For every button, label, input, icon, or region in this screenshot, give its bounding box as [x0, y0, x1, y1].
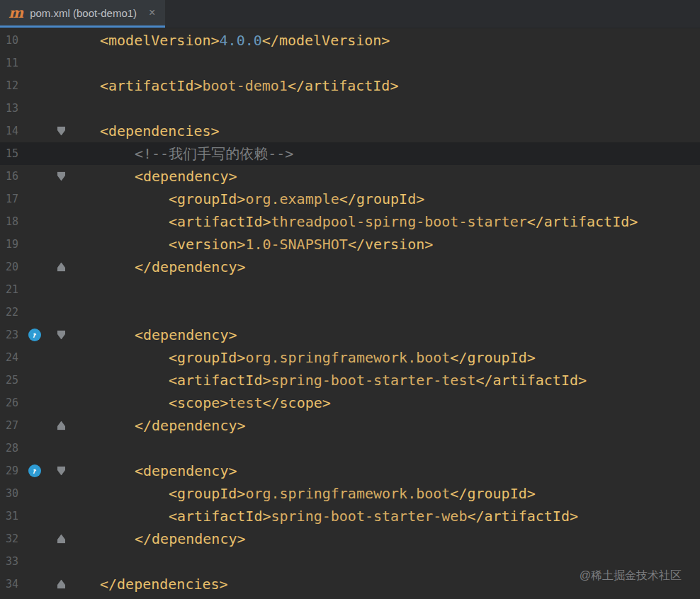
code-line[interactable]: 19<version>1.0-SNAPSHOT</version>: [0, 233, 700, 256]
code-token[interactable]: <artifactId>: [169, 508, 271, 525]
code-text[interactable]: <artifactId>boot-demo1</artifactId>: [74, 74, 398, 97]
close-tab-icon[interactable]: ×: [149, 7, 155, 18]
code-token[interactable]: </groupId>: [450, 349, 535, 366]
code-token[interactable]: <groupId>: [169, 190, 245, 207]
code-token[interactable]: spring-boot-starter-test: [271, 372, 476, 389]
gutter: 10: [0, 29, 74, 52]
code-line[interactable]: 12<artifactId>boot-demo1</artifactId>: [0, 74, 700, 97]
gutter: 21: [0, 278, 74, 301]
code-token[interactable]: </dependencies>: [100, 576, 228, 593]
code-text[interactable]: <modelVersion>4.0.0</modelVersion>: [74, 29, 390, 52]
code-text[interactable]: <groupId>org.springframework.boot</group…: [74, 482, 536, 505]
code-line[interactable]: 22: [0, 301, 700, 324]
code-token[interactable]: </artifactId>: [467, 508, 578, 525]
code-token[interactable]: </dependency>: [135, 530, 246, 547]
code-text[interactable]: </dependencies>: [74, 573, 228, 595]
gutter: 11: [0, 52, 74, 74]
code-text[interactable]: <!--我们手写的依赖-->: [74, 142, 293, 165]
code-text[interactable]: <groupId>org.example</groupId>: [74, 188, 424, 210]
code-line[interactable]: 17<groupId>org.example</groupId>: [0, 188, 700, 210]
code-token[interactable]: spring-boot-starter-web: [271, 508, 468, 525]
code-token[interactable]: test: [228, 394, 262, 411]
code-line[interactable]: 31<artifactId>spring-boot-starter-web</a…: [0, 505, 700, 527]
code-token[interactable]: </modelVersion>: [262, 32, 390, 49]
code-line[interactable]: 26<scope>test</scope>: [0, 392, 700, 414]
code-text[interactable]: <artifactId>spring-boot-starter-web</art…: [74, 505, 578, 527]
code-token[interactable]: <groupId>: [169, 485, 245, 502]
code-line[interactable]: 11: [0, 52, 700, 74]
line-number: 20: [0, 261, 18, 273]
code-text[interactable]: </dependency>: [74, 527, 246, 550]
fold-start-icon[interactable]: [57, 127, 65, 136]
code-token[interactable]: <scope>: [169, 394, 228, 411]
code-line[interactable]: 25<artifactId>spring-boot-starter-test</…: [0, 369, 700, 392]
maven-dependency-icon[interactable]: ↑: [28, 464, 41, 477]
code-line[interactable]: 29↑<dependency>: [0, 460, 700, 482]
code-text[interactable]: <artifactId>threadpool-spirng-boot-start…: [74, 210, 638, 233]
code-token[interactable]: boot-demo1: [203, 77, 288, 94]
fold-start-icon[interactable]: [57, 331, 65, 340]
code-token[interactable]: <!--我们手写的依赖-->: [135, 145, 293, 162]
code-token[interactable]: <artifactId>: [169, 213, 271, 230]
code-text[interactable]: </dependency>: [74, 256, 246, 278]
code-token[interactable]: threadpool-spirng-boot-starter: [271, 213, 527, 230]
code-line[interactable]: 10<modelVersion>4.0.0</modelVersion>: [0, 29, 700, 52]
code-line[interactable]: 21: [0, 278, 700, 301]
code-text[interactable]: </dependency>: [74, 414, 246, 437]
code-line[interactable]: 18<artifactId>threadpool-spirng-boot-sta…: [0, 210, 700, 233]
fold-start-icon[interactable]: [57, 467, 65, 476]
code-token[interactable]: org.springframework.boot: [245, 349, 450, 366]
code-line[interactable]: 28: [0, 437, 700, 460]
code-token[interactable]: <dependencies>: [100, 122, 220, 139]
code-token[interactable]: <dependency>: [135, 326, 237, 343]
code-token[interactable]: <dependency>: [135, 168, 237, 185]
code-text[interactable]: <groupId>org.springframework.boot</group…: [74, 346, 536, 369]
code-token[interactable]: <artifactId>: [169, 372, 271, 389]
fold-start-icon[interactable]: [57, 172, 65, 181]
code-line[interactable]: 14<dependencies>: [0, 120, 700, 142]
code-line[interactable]: 30<groupId>org.springframework.boot</gro…: [0, 482, 700, 505]
line-number: 19: [0, 238, 18, 251]
code-token[interactable]: </groupId>: [339, 190, 424, 207]
gutter: 15: [0, 142, 74, 165]
code-token[interactable]: </artifactId>: [527, 213, 638, 230]
code-line[interactable]: 32</dependency>: [0, 527, 700, 550]
fold-end-icon[interactable]: [57, 580, 65, 589]
code-line[interactable]: 13: [0, 97, 700, 120]
code-text[interactable]: <version>1.0-SNAPSHOT</version>: [74, 233, 433, 256]
code-token[interactable]: 1.0-SNAPSHOT: [245, 236, 348, 253]
code-token[interactable]: <artifactId>: [100, 77, 203, 94]
code-text[interactable]: <dependency>: [74, 460, 237, 482]
code-token[interactable]: org.springframework.boot: [245, 485, 450, 502]
code-token[interactable]: </groupId>: [450, 485, 535, 502]
editor-tab-pom-xml[interactable]: m pom.xml (boot-demo1) ×: [0, 0, 165, 28]
fold-end-icon[interactable]: [57, 421, 65, 430]
code-token[interactable]: </dependency>: [135, 258, 246, 275]
code-line[interactable]: 27</dependency>: [0, 414, 700, 437]
fold-end-icon[interactable]: [57, 535, 65, 544]
maven-dependency-icon[interactable]: ↑: [28, 329, 41, 341]
code-line[interactable]: 23↑<dependency>: [0, 324, 700, 346]
code-token[interactable]: </artifactId>: [475, 372, 587, 389]
code-line[interactable]: 15<!--我们手写的依赖-->: [0, 142, 700, 165]
code-token[interactable]: <groupId>: [169, 349, 245, 366]
code-token[interactable]: </version>: [348, 236, 433, 253]
code-token[interactable]: </artifactId>: [288, 77, 399, 94]
code-token[interactable]: <modelVersion>: [100, 32, 220, 49]
code-token[interactable]: org.example: [245, 190, 339, 207]
code-line[interactable]: 24<groupId>org.springframework.boot</gro…: [0, 346, 700, 369]
code-line[interactable]: 20</dependency>: [0, 256, 700, 278]
code-token[interactable]: <dependency>: [135, 462, 237, 479]
code-line[interactable]: 16<dependency>: [0, 165, 700, 188]
code-token[interactable]: 4.0.0: [220, 32, 262, 49]
code-text[interactable]: <dependency>: [74, 165, 237, 188]
code-token[interactable]: </scope>: [262, 394, 330, 411]
code-token[interactable]: </dependency>: [135, 417, 246, 434]
fold-end-icon[interactable]: [57, 263, 65, 272]
editor: 10<modelVersion>4.0.0</modelVersion>1112…: [0, 29, 700, 599]
code-text[interactable]: <artifactId>spring-boot-starter-test</ar…: [74, 369, 587, 392]
code-text[interactable]: <dependency>: [74, 324, 237, 346]
code-text[interactable]: <dependencies>: [74, 120, 220, 142]
code-text[interactable]: <scope>test</scope>: [74, 392, 331, 414]
code-token[interactable]: <version>: [169, 236, 245, 253]
